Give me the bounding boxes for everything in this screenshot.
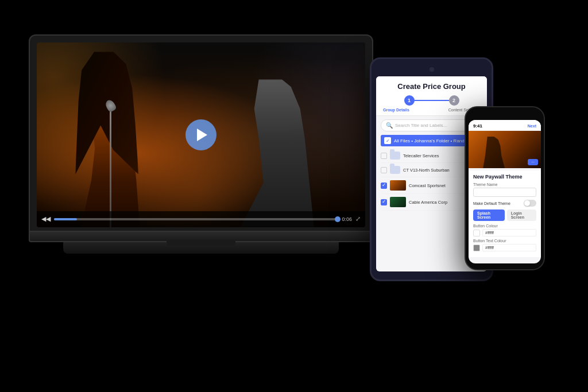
step-2-number: 2 [452, 98, 455, 103]
login-screen-tab[interactable]: Login Screen [507, 209, 536, 221]
item-checkbox[interactable] [381, 153, 387, 159]
volume-icon[interactable]: ◀◀ [41, 215, 51, 223]
progress-dot [335, 216, 341, 222]
video-time: 0:06 [342, 216, 352, 222]
step-1-circle[interactable]: 1 [404, 95, 415, 106]
step-1-number: 1 [408, 98, 411, 103]
screen-tabs: Splash Screen Login Screen [473, 209, 536, 221]
button-color-swatch[interactable] [473, 230, 480, 236]
item-checkbox-checked[interactable] [381, 199, 387, 205]
mic-stand [110, 104, 111, 227]
breadcrumb-check: ✓ [384, 137, 391, 144]
laptop-base [29, 232, 373, 242]
phone-header: 9:41 Next [469, 120, 541, 131]
theme-name-input[interactable] [473, 188, 536, 197]
progress-bar[interactable] [54, 218, 338, 220]
phone: 9:41 Next ··· New Paywall Theme Theme Na… [465, 106, 545, 270]
action-button[interactable]: ··· [528, 159, 538, 165]
search-icon: 🔍 [386, 122, 393, 129]
item-checkbox-checked[interactable] [381, 183, 387, 189]
button-text-color-label: Button Text Colour [473, 239, 536, 243]
step-2-circle[interactable]: 2 [449, 95, 459, 106]
button-color-row: #ffffff [473, 229, 536, 236]
singer-figure [69, 52, 184, 227]
concert-thumbnail: ··· [469, 131, 541, 168]
laptop-bezel: ◀◀ 0:06 ⤢ [29, 34, 373, 232]
button-color-label: Button Colour [473, 224, 536, 228]
default-toggle[interactable] [524, 200, 536, 207]
progress-fill [54, 218, 77, 220]
item-checkbox[interactable] [381, 167, 387, 173]
phone-time: 9:41 [473, 123, 482, 129]
phone-screen: 9:41 Next ··· New Paywall Theme Theme Na… [469, 120, 541, 263]
splash-screen-tab[interactable]: Splash Screen [473, 209, 505, 221]
folder-icon [390, 166, 400, 174]
wizard-steps: 1 2 [382, 95, 481, 106]
create-price-group-title: Create Price Group [382, 82, 481, 91]
video-controls: ◀◀ 0:06 ⤢ [37, 211, 365, 227]
fullscreen-icon[interactable]: ⤢ [355, 215, 361, 223]
paywall-theme-section: New Paywall Theme Theme Name Make Defaul… [469, 170, 541, 257]
laptop: ◀◀ 0:06 ⤢ [29, 34, 373, 254]
make-default-label: Make Default Theme [473, 201, 510, 205]
next-button[interactable]: Next [528, 124, 536, 128]
phone-notch [493, 113, 516, 117]
scene: ◀◀ 0:06 ⤢ Create Price Group [0, 0, 588, 392]
laptop-screen: ◀◀ 0:06 ⤢ [37, 42, 365, 227]
concert-figure [483, 137, 505, 168]
breadcrumb-text: All Files • Johanna's Folder • Random [394, 138, 471, 143]
step-1-label: Group Details [383, 108, 409, 112]
button-text-color-value[interactable]: #ffffff [482, 244, 536, 251]
step-line [415, 100, 449, 101]
laptop-hinge [167, 241, 235, 246]
play-icon [197, 129, 207, 141]
button-text-color-row: #ffffff [473, 244, 536, 251]
tablet-camera [430, 67, 434, 72]
folder-icon [390, 152, 400, 160]
play-button[interactable] [185, 119, 216, 150]
theme-name-label: Theme Name [473, 183, 536, 187]
button-color-value[interactable]: #ffffff [482, 229, 536, 236]
button-text-color-swatch[interactable] [473, 244, 480, 251]
default-toggle-row: Make Default Theme [473, 200, 536, 207]
video-thumbnail [390, 197, 406, 207]
video-thumbnail [390, 180, 406, 191]
section-title: New Paywall Theme [473, 174, 536, 180]
